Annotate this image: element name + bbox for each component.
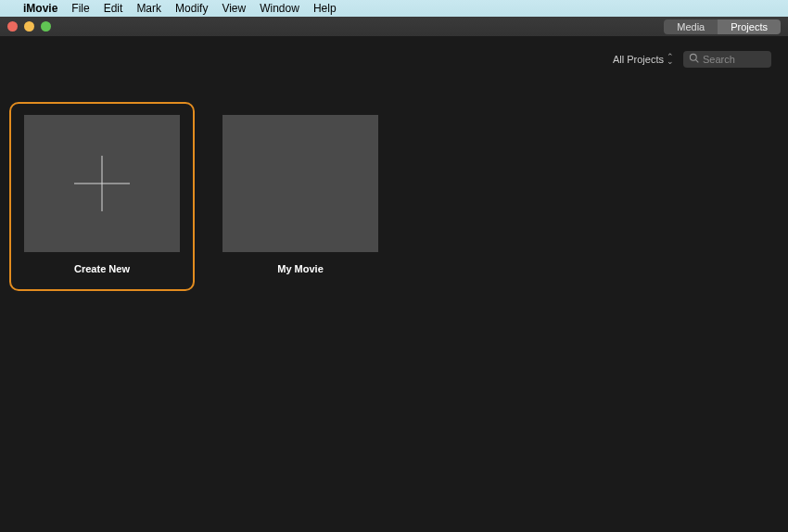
projects-filter-label: All Projects — [613, 54, 664, 65]
menubar-modify[interactable]: Modify — [175, 2, 208, 15]
svg-point-0 — [690, 54, 696, 60]
search-field-wrap[interactable] — [683, 51, 771, 68]
menubar-window[interactable]: Window — [260, 2, 299, 15]
nav-toggle: Media Projects — [664, 19, 781, 34]
menubar-view[interactable]: View — [222, 2, 246, 15]
projects-grid: Create New My Movie — [0, 82, 788, 291]
nav-media-button[interactable]: Media — [664, 19, 718, 34]
menubar-help[interactable]: Help — [313, 2, 337, 15]
project-thumb — [222, 115, 378, 252]
project-card-my-movie[interactable]: My Movie — [208, 102, 393, 274]
svg-line-1 — [696, 60, 699, 63]
create-new-thumb — [24, 115, 180, 252]
maximize-window-button[interactable] — [41, 21, 51, 32]
plus-icon — [74, 156, 130, 211]
create-new-card[interactable]: Create New — [9, 102, 195, 291]
projects-filter-dropdown[interactable]: All Projects ⌃⌄ — [613, 54, 674, 65]
filter-bar: All Projects ⌃⌄ — [0, 37, 788, 82]
search-input[interactable] — [703, 54, 768, 65]
menubar: iMovie File Edit Mark Modify View Window… — [0, 0, 788, 17]
menubar-app-name[interactable]: iMovie — [23, 2, 57, 15]
menubar-mark[interactable]: Mark — [136, 2, 161, 15]
nav-projects-button[interactable]: Projects — [718, 19, 781, 34]
menubar-edit[interactable]: Edit — [104, 2, 123, 15]
close-window-button[interactable] — [7, 21, 18, 32]
search-icon — [689, 53, 699, 66]
minimize-window-button[interactable] — [24, 21, 34, 32]
project-label: My Movie — [277, 263, 324, 274]
sort-updown-icon: ⌃⌄ — [667, 55, 674, 65]
traffic-lights — [7, 21, 51, 32]
create-new-label: Create New — [74, 263, 130, 274]
menubar-file[interactable]: File — [71, 2, 89, 15]
window-titlebar: Media Projects — [0, 17, 788, 37]
